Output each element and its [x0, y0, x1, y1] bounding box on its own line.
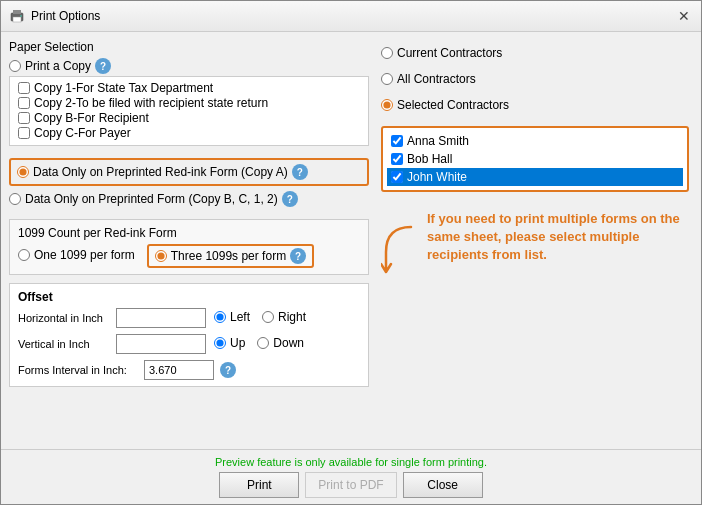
- preprinted-label[interactable]: Data Only on Preprinted Form (Copy B, C,…: [25, 192, 278, 206]
- anna-checkbox[interactable]: [391, 135, 403, 147]
- dialog-body: Paper Selection Print a Copy ? Copy 1-Fo…: [1, 32, 701, 449]
- right-panel: Current Contractors All Contractors Sele…: [377, 40, 693, 441]
- copy1-label[interactable]: Copy 1-For State Tax Department: [34, 81, 213, 95]
- all-contractors-label[interactable]: All Contractors: [397, 72, 476, 86]
- john-name: John White: [407, 170, 467, 184]
- print-copy-radio[interactable]: [9, 60, 21, 72]
- selected-contractors-option: Selected Contractors: [381, 96, 689, 114]
- copy1-checkbox[interactable]: [18, 82, 30, 94]
- copyb-row: Copy B-For Recipient: [14, 111, 364, 125]
- john-checkbox[interactable]: [391, 171, 403, 183]
- john-white-item[interactable]: John White: [387, 168, 683, 186]
- paper-selection-title: Paper Selection: [9, 40, 369, 54]
- left-radio[interactable]: [214, 311, 226, 323]
- redink-help-icon[interactable]: ?: [292, 164, 308, 180]
- selected-contractors-radio[interactable]: [381, 99, 393, 111]
- copyc-label[interactable]: Copy C-For Payer: [34, 126, 131, 140]
- printer-icon: [9, 8, 25, 24]
- lr-group: Left Right: [214, 308, 306, 328]
- up-option: Up: [214, 334, 245, 352]
- right-option: Right: [262, 308, 306, 326]
- interval-help-icon[interactable]: ?: [220, 362, 236, 378]
- horizontal-row: Horizontal in Inch Left Right: [18, 308, 360, 328]
- right-label[interactable]: Right: [278, 310, 306, 324]
- one-label[interactable]: One 1099 per form: [34, 248, 135, 262]
- copy1-row: Copy 1-For State Tax Department: [14, 81, 364, 95]
- copy2-label[interactable]: Copy 2-To be filed with recipient state …: [34, 96, 268, 110]
- print-copy-row: Print a Copy ?: [9, 58, 369, 74]
- buttons-row: Print Print to PDF Close: [9, 472, 693, 498]
- three-label[interactable]: Three 1099s per form: [171, 249, 286, 263]
- copyb-label[interactable]: Copy B-For Recipient: [34, 111, 149, 125]
- interval-label: Forms Interval in Inch:: [18, 364, 138, 376]
- up-label[interactable]: Up: [230, 336, 245, 350]
- copyc-row: Copy C-For Payer: [14, 126, 364, 140]
- print-copy-help-icon[interactable]: ?: [95, 58, 111, 74]
- anna-smith-item[interactable]: Anna Smith: [387, 132, 683, 150]
- current-contractors-label[interactable]: Current Contractors: [397, 46, 502, 60]
- bob-name: Bob Hall: [407, 152, 452, 166]
- bob-checkbox[interactable]: [391, 153, 403, 165]
- one-radio[interactable]: [18, 249, 30, 261]
- left-option: Left: [214, 308, 250, 326]
- left-label[interactable]: Left: [230, 310, 250, 324]
- print-options-dialog: Print Options ✕ Paper Selection Print a …: [0, 0, 702, 505]
- preview-text: Preview feature is only available for si…: [9, 456, 693, 468]
- anna-name: Anna Smith: [407, 134, 469, 148]
- selected-contractors-label[interactable]: Selected Contractors: [397, 98, 509, 112]
- interval-input[interactable]: [144, 360, 214, 380]
- three-help-icon[interactable]: ?: [290, 248, 306, 264]
- offset-title: Offset: [18, 290, 360, 304]
- forms-interval-row: Forms Interval in Inch: ?: [18, 360, 360, 380]
- one-option: One 1099 per form: [18, 246, 135, 264]
- copy2-row: Copy 2-To be filed with recipient state …: [14, 96, 364, 110]
- preprinted-option: Data Only on Preprinted Form (Copy B, C,…: [9, 189, 369, 209]
- bob-hall-item[interactable]: Bob Hall: [387, 150, 683, 168]
- up-radio[interactable]: [214, 337, 226, 349]
- redink-radio[interactable]: [17, 166, 29, 178]
- copy2-checkbox[interactable]: [18, 97, 30, 109]
- vertical-input[interactable]: [116, 334, 206, 354]
- title-bar: Print Options ✕: [1, 1, 701, 32]
- close-button[interactable]: Close: [403, 472, 483, 498]
- print-button[interactable]: Print: [219, 472, 299, 498]
- down-option: Down: [257, 334, 304, 352]
- main-content: Paper Selection Print a Copy ? Copy 1-Fo…: [9, 40, 693, 441]
- current-contractors-radio[interactable]: [381, 47, 393, 59]
- offset-group: Offset Horizontal in Inch Left Right: [9, 283, 369, 387]
- copyb-checkbox[interactable]: [18, 112, 30, 124]
- vertical-label: Vertical in Inch: [18, 338, 108, 350]
- horizontal-input[interactable]: [116, 308, 206, 328]
- down-label[interactable]: Down: [273, 336, 304, 350]
- preprinted-help-icon[interactable]: ?: [282, 191, 298, 207]
- svg-rect-1: [13, 10, 21, 14]
- close-icon[interactable]: ✕: [675, 7, 693, 25]
- footer: Preview feature is only available for si…: [1, 449, 701, 504]
- count-row: One 1099 per form Three 1099s per form ?: [18, 244, 360, 268]
- current-contractors-option: Current Contractors: [381, 44, 689, 62]
- count-group: 1099 Count per Red-ink Form One 1099 per…: [9, 219, 369, 275]
- left-panel: Paper Selection Print a Copy ? Copy 1-Fo…: [9, 40, 369, 441]
- contractors-list: Anna Smith Bob Hall John White: [381, 126, 689, 192]
- svg-point-3: [20, 15, 22, 17]
- count-title: 1099 Count per Red-ink Form: [18, 226, 360, 240]
- print-copy-label[interactable]: Print a Copy: [25, 59, 91, 73]
- annotation-area: If you need to print multiple forms on t…: [381, 202, 689, 282]
- all-contractors-radio[interactable]: [381, 73, 393, 85]
- three-option-highlighted: Three 1099s per form ?: [147, 244, 314, 268]
- svg-rect-2: [13, 17, 21, 22]
- copy-list: Copy 1-For State Tax Department Copy 2-T…: [9, 76, 369, 146]
- horizontal-label: Horizontal in Inch: [18, 312, 108, 324]
- print-pdf-button: Print to PDF: [305, 472, 396, 498]
- redink-label[interactable]: Data Only on Preprinted Red-ink Form (Co…: [33, 165, 288, 179]
- redink-option-highlighted: Data Only on Preprinted Red-ink Form (Co…: [9, 158, 369, 186]
- annotation-arrow-icon: [381, 222, 421, 282]
- right-radio[interactable]: [262, 311, 274, 323]
- annotation-text: If you need to print multiple forms on t…: [427, 210, 689, 265]
- vertical-row: Vertical in Inch Up Down: [18, 334, 360, 354]
- three-radio[interactable]: [155, 250, 167, 262]
- preprinted-radio[interactable]: [9, 193, 21, 205]
- down-radio[interactable]: [257, 337, 269, 349]
- dialog-title: Print Options: [31, 9, 669, 23]
- copyc-checkbox[interactable]: [18, 127, 30, 139]
